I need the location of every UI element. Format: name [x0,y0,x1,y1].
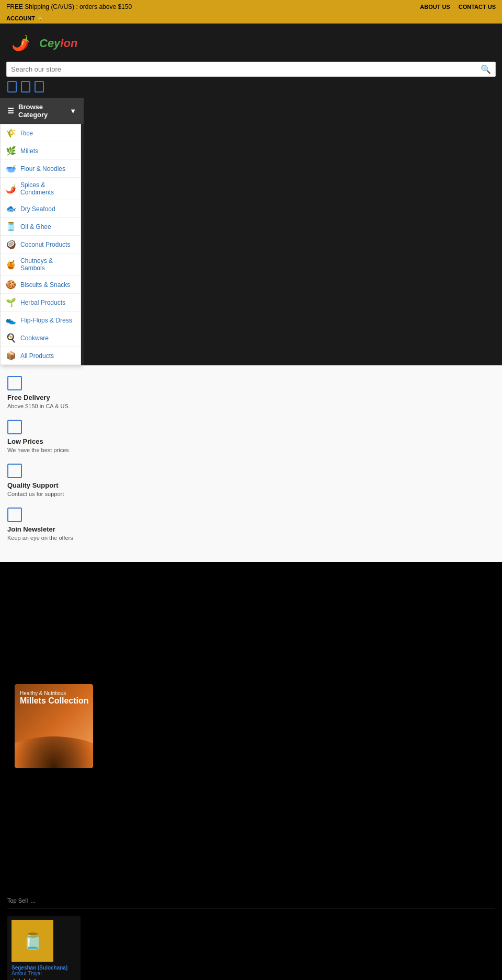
millets-section: Healthy & Nutritious Millets Collection [0,666,502,786]
browse-label: Browse Category [18,103,65,119]
product-card: 🫙 Segeshan (Sulochana) Ambul Thiyal ★★★★… [7,916,81,980]
search-bar: 🔍 [6,62,496,77]
search-input[interactable] [11,65,481,73]
oil-icon: 🫙 [6,222,16,232]
feature-newsletter: Join Newsleter Keep an eye on the offers [7,508,495,541]
product-image: 🫙 [12,920,53,962]
free-delivery-desc: Above $150 in CA & US [7,403,495,409]
search-button[interactable]: 🔍 [481,64,491,74]
category-flour-noodles[interactable]: 🥣 Flour & Noodles [1,160,81,178]
coconut-icon: 🥥 [6,239,16,249]
feature-low-prices: Low Prices We have the best prices [7,420,495,453]
seafood-icon: 🐟 [6,204,16,214]
browse-menu-icon: ☰ [7,107,14,115]
millets-title: Millets Collection [20,696,89,706]
product-brand: Segeshan (Sulochana) [12,965,76,971]
category-flipflops[interactable]: 👟 Flip-Flops & Dress [1,312,81,329]
dark-spacer-2 [0,786,502,890]
category-spices[interactable]: 🌶️ Spices & Condiments [1,178,81,200]
account-bar: ACCOUNT 🔒 [0,14,502,24]
bell-icon [7,508,22,522]
newsletter-title: Join Newsleter [7,525,495,533]
chutney-icon: 🍯 [6,260,16,270]
category-rice[interactable]: 🌾 Rice [1,124,81,142]
products-section: Top Sell ... 🫙 Segeshan (Sulochana) Ambu… [0,890,502,980]
spices-icon: 🌶️ [6,184,16,194]
section-title: Top Sell ... [7,897,495,904]
herbal-icon: 🌱 [6,297,16,307]
browse-category-button[interactable]: ☰ Browse Category ▼ [0,98,84,124]
product-name: Ambul Thiyal [12,971,76,976]
browse-arrow-icon: ▼ [70,107,76,115]
millets-icon: 🌿 [6,146,16,156]
category-dry-seafood[interactable]: 🐟 Dry Seafood [1,200,81,218]
header: 🌶️ Ceylon 🔍 [0,24,502,98]
spoons-decoration [15,716,93,768]
main-layout: ☰ Browse Category ▼ 🌾 Rice 🌿 Millets 🥣 F… [0,98,502,365]
category-chutneys[interactable]: 🍯 Chutneys & Sambols [1,253,81,276]
shipping-text: FREE Shipping (CA/US) : orders above $15… [6,3,132,10]
biscuits-icon: 🍪 [6,280,16,290]
category-biscuits[interactable]: 🍪 Biscuits & Snacks [1,276,81,294]
millets-subtitle: Healthy & Nutritious [20,690,89,696]
newsletter-desc: Keep an eye on the offers [7,535,495,541]
low-prices-desc: We have the best prices [7,447,495,453]
section-divider [7,908,495,908]
category-dropdown: 🌾 Rice 🌿 Millets 🥣 Flour & Noodles 🌶️ Sp… [0,124,81,365]
dark-spacer-1 [0,562,502,666]
all-products-icon: 📦 [6,351,16,361]
quality-support-title: Quality Support [7,481,495,489]
cookware-icon: 🍳 [6,333,16,343]
logo-area: 🌶️ Ceylon [6,29,496,57]
product-rating: ★★★★★ [12,977,76,980]
category-cookware[interactable]: 🍳 Cookware [1,329,81,347]
contact-us-link[interactable]: CONTACT US [459,4,496,10]
category-coconut[interactable]: 🥥 Coconut Products [1,236,81,253]
cart-icon-1[interactable] [7,81,17,93]
top-bar: FREE Shipping (CA/US) : orders above $15… [0,0,502,14]
main-banner-area [84,98,502,365]
tag-icon [7,420,22,434]
logo-image: 🌶️ [6,29,35,57]
about-us-link[interactable]: ABOUT US [420,4,450,10]
feature-free-delivery: Free Delivery Above $150 in CA & US [7,376,495,409]
product-image-icon: 🫙 [23,932,42,950]
category-millets[interactable]: 🌿 Millets [1,142,81,160]
cart-icons [6,81,496,93]
cart-icon-3[interactable] [35,81,44,93]
millets-banner-text: Healthy & Nutritious Millets Collection [20,690,89,706]
quality-support-desc: Contact us for support [7,491,495,497]
sidebar-column: ☰ Browse Category ▼ 🌾 Rice 🌿 Millets 🥣 F… [0,98,84,365]
free-delivery-title: Free Delivery [7,394,495,401]
flour-icon: 🥣 [6,164,16,174]
cart-icon-2[interactable] [21,81,30,93]
millets-banner[interactable]: Healthy & Nutritious Millets Collection [15,684,93,768]
low-prices-title: Low Prices [7,437,495,445]
logo-chili-icon: 🌶️ [12,34,30,52]
rice-icon: 🌾 [6,128,16,138]
top-nav: ABOUT US CONTACT US [420,4,496,10]
features-section: Free Delivery Above $150 in CA & US Low … [0,365,502,562]
logo-text: Ceylon [39,37,77,50]
flipflops-icon: 👟 [6,315,16,325]
feature-quality-support: Quality Support Contact us for support [7,464,495,497]
account-link[interactable]: ACCOUNT 🔒 [6,15,44,21]
category-oil-ghee[interactable]: 🫙 Oil & Ghee [1,218,81,236]
category-herbal[interactable]: 🌱 Herbal Products [1,294,81,312]
headset-icon [7,464,22,478]
category-all-products[interactable]: 📦 All Products [1,347,81,365]
truck-icon [7,376,22,390]
